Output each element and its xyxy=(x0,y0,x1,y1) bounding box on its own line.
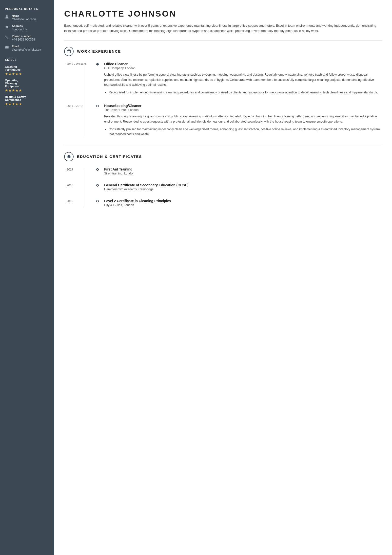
edu3-date: 2016 xyxy=(67,199,96,207)
edu1-date: 2017 xyxy=(67,167,96,175)
edu1-title: First Aid Training xyxy=(104,167,382,171)
skill-operating-stars: ★★★★★ xyxy=(5,88,49,92)
edu3-institution: City & Guilds, London xyxy=(104,203,382,207)
personal-address-item: Address London, UK xyxy=(5,24,49,31)
edu2-content: General Certificate of Secondary Educati… xyxy=(104,183,382,191)
sidebar: Personal Details Name Charlotte Johnson … xyxy=(0,0,54,555)
job2-bullets: Consistently praised for maintaining imp… xyxy=(104,127,382,137)
skill-health-label: Health & SafetyCompliance xyxy=(5,95,49,101)
edu3-title: Level 2 Certificate in Cleaning Principl… xyxy=(104,199,382,203)
job2-title: Housekeeping/Cleaner xyxy=(104,104,382,108)
address-label: Address xyxy=(12,24,27,27)
job1-content: Office Cleaner GHI Company, London Uphol… xyxy=(104,62,382,96)
job1-bullet-1: Recognised for implementing time-saving … xyxy=(109,90,382,95)
phone-value: +44 1632 960328 xyxy=(12,38,35,41)
edu2-date: 2016 xyxy=(67,183,96,191)
education-timeline: 2017 First Aid Training Siren training, … xyxy=(67,167,382,207)
work-experience-title: WORK EXPERIENCE xyxy=(77,49,121,53)
education-title: EDUCATION & CERTIFICATES xyxy=(77,154,142,159)
edu1-dot xyxy=(96,168,99,171)
job1-description: Uphold office cleanliness by performing … xyxy=(104,72,382,87)
skill-operating-label: OperatingCleaningEquipment xyxy=(5,79,49,88)
email-icon xyxy=(5,45,9,50)
summary: Experienced, self-motivated, and reliabl… xyxy=(64,23,382,34)
graduation-icon xyxy=(64,152,74,161)
briefcase-icon xyxy=(64,47,74,56)
edu2-title: General Certificate of Secondary Educati… xyxy=(104,183,382,187)
job1-dot xyxy=(96,63,99,65)
edu2-institution: Hammersmith Academy, Cambridge xyxy=(104,188,382,191)
edu1-content: First Aid Training Siren training, Londo… xyxy=(104,167,382,175)
edu3-content: Level 2 Certificate in Cleaning Principl… xyxy=(104,199,382,207)
phone-icon xyxy=(5,35,9,40)
skill-cleaning-label: CleaningTechniques xyxy=(5,65,49,71)
address-value: London, UK xyxy=(12,28,27,31)
name-label: Name xyxy=(12,14,36,17)
edu3-dot xyxy=(96,200,99,202)
personal-name-item: Name Charlotte Johnson xyxy=(5,14,49,21)
personal-email-item: Email example@cvmaker.uk xyxy=(5,45,49,51)
edu2-dot xyxy=(96,184,99,187)
name-value: Charlotte Johnson xyxy=(12,18,36,21)
job1-date: 2019 - Present xyxy=(67,62,96,96)
job2-content: Housekeeping/Cleaner The Tower Hotel, Lo… xyxy=(104,104,382,138)
work-experience-header: WORK EXPERIENCE xyxy=(64,47,382,56)
skill-cleaning-techniques: CleaningTechniques ★★★★★ xyxy=(5,65,49,76)
skills-heading: Skills xyxy=(5,58,49,61)
main-content: CHARLOTTE JOHNSON Experienced, self-moti… xyxy=(54,0,392,555)
personal-details-list: Name Charlotte Johnson Address London, U… xyxy=(5,14,49,51)
job1-bullets: Recognised for implementing time-saving … xyxy=(104,90,382,95)
job1-company: GHI Company, London xyxy=(104,66,382,70)
home-icon xyxy=(5,25,9,30)
work-timeline: 2019 - Present Office Cleaner GHI Compan… xyxy=(67,62,382,138)
timeline-item-job1: 2019 - Present Office Cleaner GHI Compan… xyxy=(67,62,382,96)
skills-list: CleaningTechniques ★★★★★ OperatingCleani… xyxy=(5,65,49,106)
job2-company: The Tower Hotel, London xyxy=(104,108,382,112)
job2-dot xyxy=(96,105,99,107)
divider-work xyxy=(64,41,382,41)
personal-details-heading: Personal Details xyxy=(5,7,49,10)
email-label: Email xyxy=(12,45,41,48)
skill-health-stars: ★★★★★ xyxy=(5,102,49,106)
job2-date: 2017 - 2019 xyxy=(67,104,96,138)
job2-description: Provided thorough cleaning for guest roo… xyxy=(104,114,382,124)
edu-item-3: 2016 Level 2 Certificate in Cleaning Pri… xyxy=(67,199,382,207)
personal-phone-item: Phone number +44 1632 960328 xyxy=(5,35,49,41)
edu-item-2: 2016 General Certificate of Secondary Ed… xyxy=(67,183,382,191)
email-value: example@cvmaker.uk xyxy=(12,48,41,51)
skill-cleaning-stars: ★★★★★ xyxy=(5,72,49,76)
skill-operating-equipment: OperatingCleaningEquipment ★★★★★ xyxy=(5,79,49,92)
phone-label: Phone number xyxy=(12,35,35,38)
skill-health-safety: Health & SafetyCompliance ★★★★★ xyxy=(5,95,49,106)
edu1-institution: Siren training, London xyxy=(104,172,382,175)
job1-title: Office Cleaner xyxy=(104,62,382,66)
timeline-item-job2: 2017 - 2019 Housekeeping/Cleaner The Tow… xyxy=(67,104,382,138)
cv-name: CHARLOTTE JOHNSON xyxy=(64,9,382,19)
person-icon xyxy=(5,15,9,20)
job2-bullet-1: Consistently praised for maintaining imp… xyxy=(109,127,382,137)
edu-item-1: 2017 First Aid Training Siren training, … xyxy=(67,167,382,175)
education-header: EDUCATION & CERTIFICATES xyxy=(64,152,382,161)
divider-education xyxy=(64,146,382,146)
